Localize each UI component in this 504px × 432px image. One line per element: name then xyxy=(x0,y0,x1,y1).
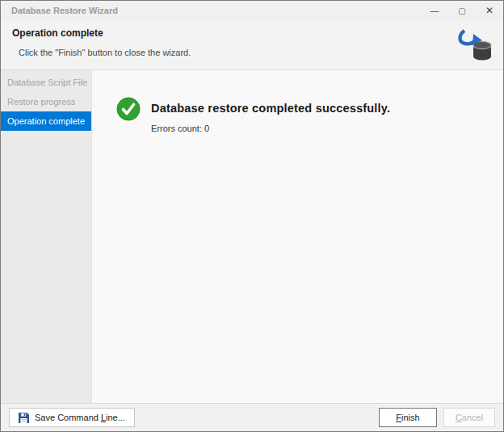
sidebar-item-restore-progress[interactable]: Restore progress xyxy=(1,92,91,111)
window-controls: — ▢ ✕ xyxy=(421,1,503,20)
footer-bar: Save Command Line... Finish Cancel xyxy=(1,403,503,431)
save-command-line-label: Save Command Line... xyxy=(35,413,125,422)
sidebar-item-database-script-file[interactable]: Database Script File xyxy=(1,73,91,92)
cancel-button[interactable]: Cancel xyxy=(443,408,495,427)
finish-button[interactable]: Finish xyxy=(379,408,437,427)
wizard-body: Database Script File Restore progress Op… xyxy=(1,70,503,403)
errors-count-label: Errors count: 0 xyxy=(151,124,390,133)
status-text-block: Database restore completed successfully.… xyxy=(151,97,390,133)
page-subtitle: Click the "Finish" button to close the w… xyxy=(1,39,503,57)
status-message: Database restore completed successfully. xyxy=(151,102,390,115)
wizard-header: Operation complete Click the "Finish" bu… xyxy=(1,20,503,70)
success-check-icon xyxy=(116,97,141,121)
wizard-content: Database restore completed successfully.… xyxy=(92,70,503,403)
database-restore-wizard-window: Database Restore Wizard — ▢ ✕ Operation … xyxy=(0,0,504,432)
wizard-steps-sidebar: Database Script File Restore progress Op… xyxy=(1,70,92,403)
page-title: Operation complete xyxy=(1,20,503,39)
close-button[interactable]: ✕ xyxy=(476,1,503,20)
minimize-button[interactable]: — xyxy=(421,1,448,20)
title-bar: Database Restore Wizard — ▢ ✕ xyxy=(1,1,503,20)
window-title: Database Restore Wizard xyxy=(1,6,421,15)
status-row: Database restore completed successfully.… xyxy=(92,70,503,133)
save-command-line-button[interactable]: Save Command Line... xyxy=(9,408,135,427)
save-icon xyxy=(19,413,29,423)
sidebar-item-operation-complete[interactable]: Operation complete xyxy=(1,111,91,131)
maximize-button[interactable]: ▢ xyxy=(448,1,476,20)
footer-right-buttons: Finish Cancel xyxy=(379,408,495,427)
database-restore-icon xyxy=(456,27,493,65)
